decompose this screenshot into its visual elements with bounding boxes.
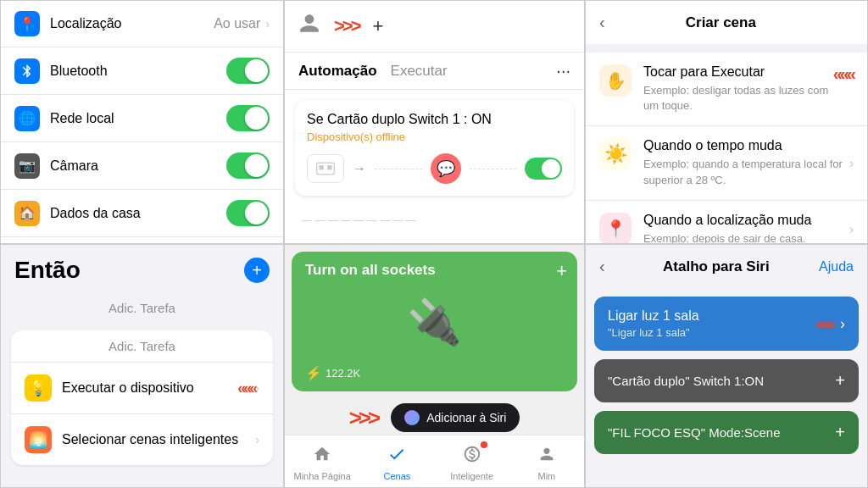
settings-item-siri[interactable]: 🔮 Siri e Pesquisa ««« › [1, 237, 283, 244]
automation-panel: >>> + Automação Executar ··· Se Cartão d… [284, 0, 585, 244]
settings-label-bluetooth: Bluetooth [50, 64, 226, 79]
card-arrow-icon: → [353, 161, 366, 176]
auto-card-title: Se Cartão duplo Switch 1 : ON [307, 112, 562, 127]
siri-dot [404, 410, 420, 425]
chevron-icon: › [265, 17, 270, 30]
automation-header: >>> + [285, 1, 584, 53]
siri-back-button[interactable]: ‹ [599, 257, 605, 276]
scene-item-tempo[interactable]: ☀️ Quando o tempo muda Exemplo: quando a… [586, 126, 867, 200]
action-item-executar[interactable]: 💡 Executar o dispositivo ««« › [11, 363, 273, 414]
settings-item-localizacao[interactable]: 📍 Localização Ao usar › [1, 1, 283, 47]
executar-chevron: › [255, 381, 259, 395]
localizacao-chevron: › [849, 222, 854, 237]
siri-header: ‹ Atalho para Siri Ajuda [586, 245, 867, 288]
inteligente-icon [462, 445, 482, 469]
settings-item-camara[interactable]: 📷 Câmara [1, 142, 283, 190]
svg-rect-2 [327, 165, 332, 170]
settings-label-localizacao: Localização [50, 16, 214, 31]
scene-list: ✋ Tocar para Executar Exemplo: desligar … [586, 53, 867, 244]
nav-label-mim: Mim [537, 471, 555, 481]
settings-item-rede[interactable]: 🌐 Rede local [1, 95, 283, 142]
rede-toggle[interactable] [226, 105, 270, 131]
tempo-chevron: › [849, 156, 854, 171]
siri-active-chevron: › [840, 315, 845, 333]
auto-arrows: >>> [334, 15, 359, 37]
siri-item-cartao-text: "Cartão duplo" Switch 1:ON [608, 374, 835, 388]
scene-item-localizacao[interactable]: 📍 Quando a localização muda Exemplo: dep… [586, 201, 867, 244]
then-plus-button[interactable]: + [244, 258, 270, 283]
bm-arrows: >>> [349, 405, 378, 431]
localizacao-scene-icon: 📍 [599, 213, 632, 244]
dots-button[interactable]: ··· [556, 61, 570, 80]
card-device-box [307, 154, 344, 183]
back-button[interactable]: ‹ [599, 13, 605, 32]
criar-cena-panel: ‹ Criar cena ✋ Tocar para Executar Exemp… [585, 0, 868, 244]
nav-label-minha-pagina: Minha Página [293, 471, 350, 481]
siri-active-title: Ligar luz 1 sala [608, 308, 810, 324]
nav-item-minha-pagina[interactable]: Minha Página [285, 445, 359, 481]
siri-active-subtitle: "Ligar luz 1 sala" [608, 326, 810, 339]
then-header: Então + [1, 245, 283, 292]
nav-item-mim[interactable]: Mim [509, 445, 584, 481]
siri-add-button[interactable]: Adicionar à Siri [391, 403, 520, 432]
bluetooth-toggle[interactable] [226, 58, 270, 84]
nav-item-cenas[interactable]: Cenas [359, 445, 434, 481]
scene-header: ‹ Criar cena [586, 1, 867, 44]
nav-label-cenas: Cenas [383, 471, 410, 481]
settings-item-bluetooth[interactable]: Bluetooth [1, 47, 283, 95]
mim-icon [537, 445, 557, 469]
scene-title: Criar cena [614, 14, 828, 31]
home-icon [312, 445, 332, 469]
tocar-icon: ✋ [599, 64, 632, 97]
action-label-executar: Executar o dispositivo [62, 380, 232, 396]
auto-card-status: Dispositivo(s) offline [307, 130, 562, 143]
tab-executar[interactable]: Executar [391, 63, 448, 80]
green-scene-card[interactable]: Turn on all sockets + 🔌 ⚡ 122.2K [292, 252, 577, 391]
settings-value-localizacao: Ao usar [214, 16, 260, 31]
tab-automacao[interactable]: Automação [298, 63, 377, 80]
siri-red-arrows: ««« [815, 315, 833, 333]
camara-toggle[interactable] [226, 152, 270, 179]
action-card: Adic. Tarefa 💡 Executar o dispositivo ««… [11, 330, 273, 465]
settings-label-rede: Rede local [50, 111, 226, 126]
nav-item-inteligente[interactable]: Inteligente [435, 445, 509, 481]
siri-help-button[interactable]: Ajuda [819, 259, 854, 274]
localizacao-content: Quando a localização muda Exemplo: depoi… [643, 213, 849, 244]
dados-casa-toggle[interactable] [226, 200, 270, 226]
settings-label-dados-casa: Dados da casa [50, 206, 226, 221]
tocar-desc: Exemplo: desligar todas as luzes com um … [643, 83, 833, 114]
siri-title: Atalho para Siri [614, 258, 819, 275]
green-card-count: ⚡ 122.2K [305, 365, 564, 381]
scene-item-tocar[interactable]: ✋ Tocar para Executar Exemplo: desligar … [586, 53, 867, 126]
siri-btn-label: Adicionar à Siri [426, 411, 506, 424]
cenas-panel: Turn on all sockets + 🔌 ⚡ 122.2K >>> Adi… [284, 244, 585, 488]
auto-plus-button[interactable]: + [373, 15, 384, 37]
automation-tabs: Automação Executar ··· [285, 53, 584, 90]
siri-active-text: Ligar luz 1 sala "Ligar luz 1 sala" [608, 308, 810, 339]
dashed-divider [375, 169, 422, 169]
socket-icons: 🔌 [305, 279, 564, 365]
divider [586, 44, 867, 53]
siri-item-foco-plus: + [835, 423, 845, 442]
settings-item-dados-casa[interactable]: 🏠 Dados da casa [1, 190, 283, 237]
green-plus-button[interactable]: + [556, 260, 567, 282]
siri-item-cartao-plus: + [835, 371, 845, 391]
spacer [1, 324, 283, 330]
bluetooth-icon [14, 58, 40, 84]
siri-item-cartao[interactable]: "Cartão duplo" Switch 1:ON + [594, 359, 859, 402]
action-label-cenas: Selecionar cenas inteligentes [62, 432, 255, 447]
settings-list: 📍 Localização Ao usar › Bluetooth 🌐 Rede… [1, 1, 283, 244]
action-item-cenas[interactable]: 🌅 Selecionar cenas inteligentes › [11, 414, 273, 465]
camara-icon: 📷 [14, 153, 40, 179]
siri-item-foco[interactable]: "FIL FOCO ESQ" Mode:Scene + [594, 411, 859, 454]
chat-icon: 💬 [431, 153, 461, 184]
automation-card: Se Cartão duplo Switch 1 : ON Dispositiv… [295, 100, 574, 196]
nav-label-inteligente: Inteligente [450, 471, 493, 481]
card-toggle[interactable] [525, 158, 562, 180]
user-icon [298, 13, 320, 40]
localizacao-desc: Exemplo: depois de sair de casa. [643, 231, 849, 244]
svg-rect-1 [319, 165, 324, 170]
siri-active-item[interactable]: Ligar luz 1 sala "Ligar luz 1 sala" ««« … [594, 297, 859, 351]
settings-label-camara: Câmara [50, 158, 226, 174]
tempo-title: Quando o tempo muda [643, 138, 849, 153]
